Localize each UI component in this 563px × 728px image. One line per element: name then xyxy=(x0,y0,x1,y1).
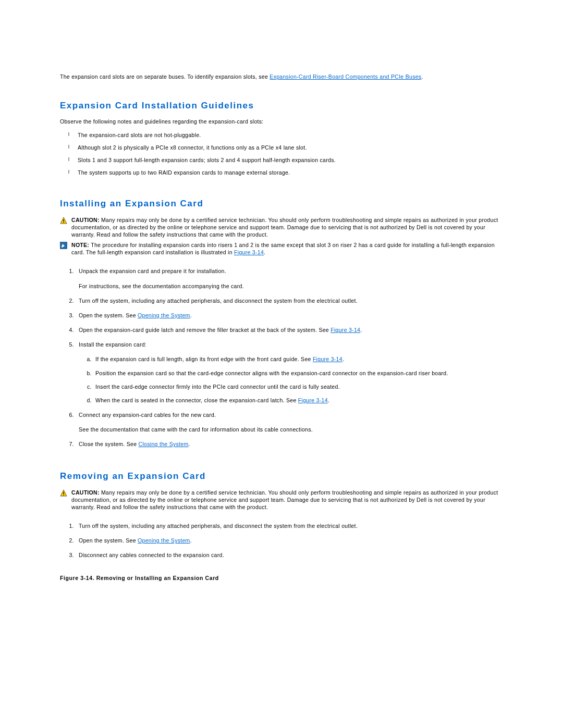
heading-installing: Installing an Expansion Card xyxy=(60,199,503,209)
step-subtext: See the documentation that came with the… xyxy=(79,426,503,433)
svg-rect-1 xyxy=(63,219,64,221)
link-opening-system[interactable]: Opening the System xyxy=(138,537,190,544)
figure-caption: Figure 3-14. Removing or Installing an E… xyxy=(60,575,503,581)
svg-rect-2 xyxy=(63,222,64,223)
section-guidelines: Expansion Card Installation Guidelines O… xyxy=(60,101,503,176)
note-alert: NOTE: The procedure for installing expan… xyxy=(60,241,503,256)
caution-triangle-icon xyxy=(60,489,67,497)
note-pencil-icon xyxy=(60,242,67,249)
step-5: Install the expansion card: If the expan… xyxy=(76,341,503,404)
svg-rect-7 xyxy=(63,495,64,495)
caution-body: Many repairs may only be done by a certi… xyxy=(71,489,498,510)
step-text: Open the system. See xyxy=(79,537,138,544)
caution-label: CAUTION: xyxy=(71,217,100,223)
install-substeps: If the expansion card is full length, al… xyxy=(79,355,503,404)
substep-after: . xyxy=(342,356,344,362)
caution-body: Many repairs may only be done by a certi… xyxy=(71,217,498,238)
substep-a: If the expansion card is full length, al… xyxy=(93,355,503,363)
substep-text: If the expansion card is full length, al… xyxy=(95,356,313,362)
step-6: Connect any expansion-card cables for th… xyxy=(76,411,503,433)
note-label: NOTE: xyxy=(71,242,89,248)
intro-paragraph: The expansion card slots are on separate… xyxy=(60,73,503,80)
remove-steps: Turn off the system, including any attac… xyxy=(60,522,503,559)
install-steps: Unpack the expansion card and prepare it… xyxy=(60,267,503,448)
substep-text: When the card is seated in the connector… xyxy=(95,397,298,403)
step-3: Disconnect any cables connected to the e… xyxy=(76,551,503,559)
section-removing: Removing an Expansion Card CAUTION: Many… xyxy=(60,471,503,581)
heading-guidelines: Expansion Card Installation Guidelines xyxy=(60,101,503,111)
substep-after: . xyxy=(328,397,329,403)
list-item: The system supports up to two RAID expan… xyxy=(78,169,503,176)
substep-b: Position the expansion card so that the … xyxy=(93,369,503,377)
caution-label: CAUTION: xyxy=(71,489,100,496)
list-item: The expansion-card slots are not hot-plu… xyxy=(78,132,503,138)
svg-rect-6 xyxy=(63,492,64,494)
link-figure-3-14[interactable]: Figure 3-14 xyxy=(313,356,342,362)
step-text: Open the system. See xyxy=(79,312,138,318)
list-item: Although slot 2 is physically a PCIe x8 … xyxy=(78,144,503,151)
substep-c: Insert the card-edge connector firmly in… xyxy=(93,383,503,390)
step-3: Open the system. See Opening the System. xyxy=(76,312,503,319)
guidelines-lead: Observe the following notes and guidelin… xyxy=(60,118,503,125)
guidelines-list: The expansion-card slots are not hot-plu… xyxy=(60,132,503,176)
step-after: . xyxy=(188,441,190,447)
step-7: Close the system. See Closing the System… xyxy=(76,440,503,448)
step-subtext: For instructions, see the documentation … xyxy=(79,282,503,290)
list-item: Slots 1 and 3 support full-length expans… xyxy=(78,157,503,163)
note-body-b: . xyxy=(264,249,265,255)
step-text: Unpack the expansion card and prepare it… xyxy=(79,268,226,274)
step-text: Install the expansion card: xyxy=(79,341,146,348)
note-text: NOTE: The procedure for installing expan… xyxy=(71,241,503,256)
heading-removing: Removing an Expansion Card xyxy=(60,471,503,482)
step-text: Connect any expansion-card cables for th… xyxy=(79,412,216,418)
caution-triangle-icon xyxy=(60,217,67,224)
step-1: Turn off the system, including any attac… xyxy=(76,522,503,529)
intro-text: The expansion card slots are on separate… xyxy=(60,73,270,80)
link-opening-system[interactable]: Opening the System xyxy=(138,312,190,318)
caution-alert: CAUTION: Many repairs may only be done b… xyxy=(60,216,503,239)
link-figure-3-14[interactable]: Figure 3-14 xyxy=(298,397,328,403)
intro-after: . xyxy=(421,73,423,80)
step-2: Turn off the system, including any attac… xyxy=(76,297,503,304)
note-body-a: The procedure for installing expansion c… xyxy=(71,242,495,255)
step-text: Close the system. See xyxy=(79,441,139,447)
step-after: . xyxy=(360,327,362,333)
step-after: . xyxy=(190,537,192,544)
step-text: Open the expansion-card guide latch and … xyxy=(79,327,331,333)
caution-alert: CAUTION: Many repairs may only be done b… xyxy=(60,489,503,511)
substep-d: When the card is seated in the connector… xyxy=(93,397,503,404)
step-after: . xyxy=(190,312,192,318)
caution-text: CAUTION: Many repairs may only be done b… xyxy=(71,489,503,511)
link-figure-3-14[interactable]: Figure 3-14 xyxy=(331,327,360,333)
link-closing-system[interactable]: Closing the System xyxy=(139,441,189,447)
step-2: Open the system. See Opening the System. xyxy=(76,537,503,544)
document-page: The expansion card slots are on separate… xyxy=(0,0,563,581)
link-figure-3-14[interactable]: Figure 3-14 xyxy=(234,249,264,255)
step-4: Open the expansion-card guide latch and … xyxy=(76,326,503,334)
section-installing: Installing an Expansion Card CAUTION: Ma… xyxy=(60,199,503,448)
link-riser-board[interactable]: Expansion-Card Riser-Board Components an… xyxy=(270,73,421,80)
caution-text: CAUTION: Many repairs may only be done b… xyxy=(71,216,503,239)
step-1: Unpack the expansion card and prepare it… xyxy=(76,267,503,289)
